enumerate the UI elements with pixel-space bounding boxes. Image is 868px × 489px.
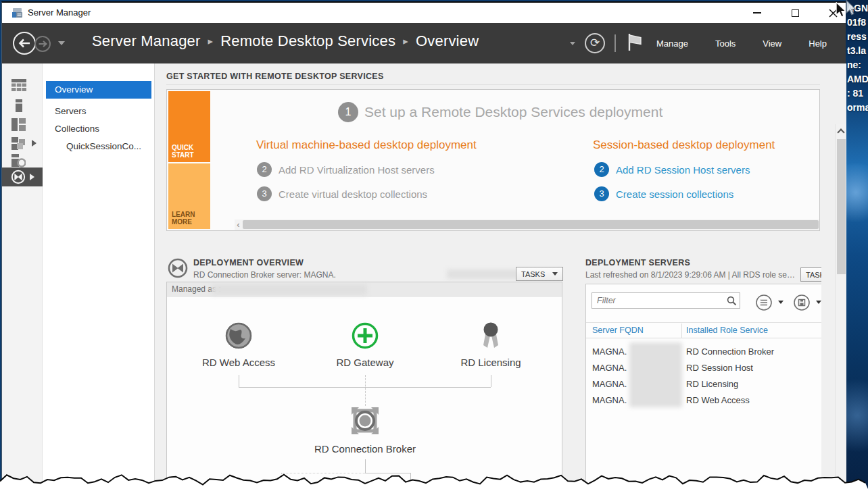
role-server-icon [11,154,26,168]
table-row[interactable]: MAGNA. RD Session Host [586,360,821,376]
connector-line [491,375,491,387]
tasks-label: TASKS [806,271,821,279]
bginfo-line: t3.la [847,44,868,58]
menu-view[interactable]: View [763,38,781,49]
history-dropdown-caret[interactable] [58,41,65,45]
cell-role-service: RD Licensing [686,379,738,389]
step-2-badge: 2 [594,162,609,177]
breadcrumb-chevron-icon: ▸ [395,35,416,47]
breadcrumb-server-manager[interactable]: Server Manager [92,32,201,49]
deployment-servers-subtitle: Last refreshed on 8/1/2023 9:29:06 AM | … [585,270,796,280]
mouse-cursor [836,2,846,18]
step-1-link[interactable]: Set up a Remote Desktop Services deploym… [364,102,662,122]
rail-item-dashboard[interactable] [2,76,43,95]
deployment-servers-title: DEPLOYMENT SERVERS [585,258,690,267]
scroll-left-arrow-icon[interactable]: ‹ [235,220,242,230]
heading-rule [166,84,820,85]
rd-gateway-add-icon[interactable] [350,321,380,353]
vm-step-3-link[interactable]: Create virtual desktop collections [279,188,427,200]
step-2-badge: 2 [257,162,272,177]
column-installed-role-service[interactable]: Installed Role Service [686,326,768,335]
step-3-badge: 3 [594,186,609,201]
list-view-icon[interactable] [755,294,773,314]
back-button[interactable] [13,32,36,55]
wallpaper-light-flare [846,378,868,453]
cell-server-fqdn: MAGNA. [592,346,627,357]
deployment-servers-section: DEPLOYMENT SERVERS Last refreshed on 8/1… [585,258,821,489]
table-row[interactable]: MAGNA. RD Web Access [586,392,821,409]
refresh-dropdown-caret[interactable] [570,42,575,45]
menu-help[interactable]: Help [809,38,827,49]
navbar-divider [614,34,616,52]
horizontal-scrollbar[interactable]: ‹ [235,220,819,230]
node-label-rd-gateway[interactable]: RD Gateway [297,357,433,368]
sidenav-item-overview[interactable]: Overview [46,81,151,99]
expand-arrow-icon[interactable] [32,140,37,147]
vertical-scrollbar-thumb[interactable] [837,139,846,274]
vm-step-2-link[interactable]: Add RD Virtualization Host servers [279,164,435,176]
torn-edge [0,473,868,489]
list-view-caret-icon[interactable] [778,301,783,304]
column-server-fqdn[interactable]: Server FQDN [592,326,644,335]
maximize-button[interactable] [786,4,804,22]
bginfo-line: : 81 [847,86,868,101]
vm-deployment-title: Virtual machine-based desktop deployment [256,138,477,152]
rail-item-local-server[interactable] [2,96,43,115]
export-save-icon[interactable] [793,294,811,314]
cell-server-fqdn: MAGNA. [592,379,627,389]
deployment-servers-panel: Server FQDN Installed Role Service MAGNA… [585,284,821,489]
titlebar[interactable]: Server Manager [2,3,846,23]
rail-item-file-storage-services[interactable] [2,134,43,153]
session-deployment-title: Session-based desktop deployment [593,138,775,152]
bginfo-line: ress [847,30,868,44]
quick-start-tab[interactable]: QUICK START [168,91,210,162]
all-servers-icon [11,118,26,131]
menu-manage[interactable]: Manage [656,38,688,49]
local-server-icon [16,99,22,112]
bginfo-line: AMD [847,72,868,86]
bginfo-text: AGN 01f8 ress t3.la ne: AMD : 81 orma [847,1,868,115]
bginfo-line: orma [847,101,868,115]
scroll-up-arrow-icon[interactable] [837,128,844,136]
filter-input[interactable] [592,292,740,309]
table-row[interactable]: MAGNA. RD Connection Broker [586,344,821,360]
table-row[interactable]: MAGNA. RD Licensing [586,376,821,392]
sidenav-item-servers[interactable]: Servers [46,103,151,120]
redacted-text [629,342,682,407]
menu-tools[interactable]: Tools [715,38,736,49]
breadcrumb-overview[interactable]: Overview [416,32,479,49]
column-separator[interactable] [681,324,682,338]
table-header: Server FQDN Installed Role Service [586,322,821,338]
forward-button[interactable] [34,36,51,52]
node-label-rd-licensing[interactable]: RD Licensing [423,357,558,368]
sidenav-item-collections[interactable]: Collections [46,120,151,138]
search-icon[interactable] [727,296,737,309]
export-caret-icon[interactable] [816,301,821,304]
servers-tasks-button[interactable]: TASKS [800,267,821,282]
expand-arrow-icon[interactable] [30,174,34,180]
minimize-button[interactable] [748,4,766,22]
sidenav-item-quicksessioncollection[interactable]: QuickSessionCo... [46,138,151,155]
breadcrumb-remote-desktop-services[interactable]: Remote Desktop Services [220,32,395,49]
rd-connection-broker-icon[interactable] [350,406,380,438]
notifications-flag-icon[interactable] [627,32,643,54]
step-1-badge: 1 [338,102,358,122]
node-label-rd-web-access[interactable]: RD Web Access [171,357,306,368]
vertical-scrollbar[interactable] [835,124,846,489]
horizontal-scrollbar-thumb[interactable] [243,220,819,229]
learn-more-tab[interactable]: LEARN MORE [168,163,210,229]
rail-item-remote-desktop-services[interactable] [2,168,43,186]
session-step-2-link[interactable]: Add RD Session Host servers [616,164,750,176]
refresh-icon[interactable]: ⟳ [585,33,605,53]
overview-tasks-button[interactable]: TASKS [516,267,563,281]
cell-server-fqdn: MAGNA. [592,363,627,373]
node-label-rd-connection-broker[interactable]: RD Connection Broker [297,443,433,455]
rd-web-access-icon[interactable] [224,321,254,353]
desktop-wallpaper: AGN 01f8 ress t3.la ne: AMD : 81 orma [846,0,868,489]
connector-line [239,375,239,387]
rd-licensing-icon[interactable] [476,321,506,353]
rds-side-navigation: Overview Servers Collections QuickSessio… [43,63,155,489]
session-step-3-link[interactable]: Create session collections [616,188,733,200]
deployment-overview-title: DEPLOYMENT OVERVIEW [193,258,304,267]
rail-item-all-servers[interactable] [2,115,43,134]
